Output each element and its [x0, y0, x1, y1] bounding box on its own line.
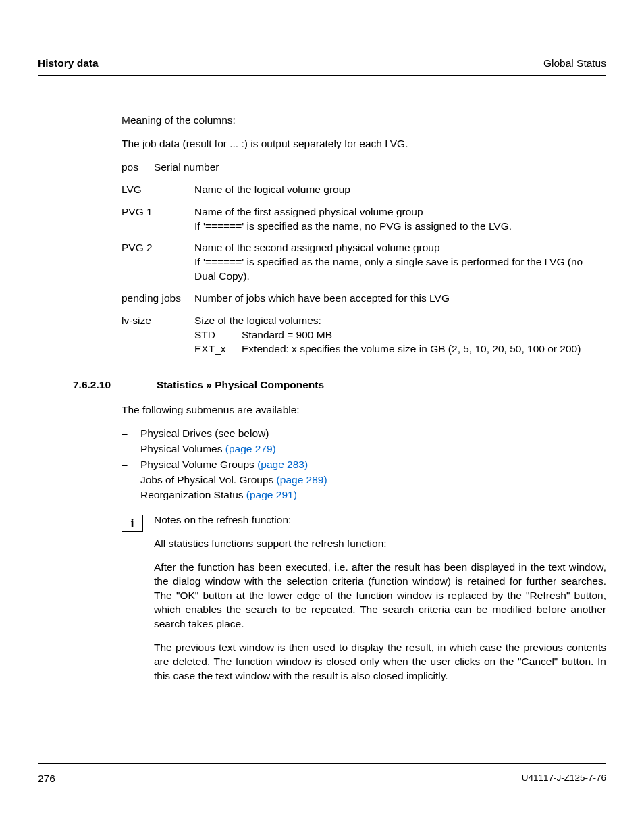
- section-heading: 7.6.2.10 Statistics » Physical Component…: [38, 378, 606, 392]
- inner-term: STD: [194, 328, 242, 342]
- inner-desc: Standard = 900 MB: [242, 328, 606, 342]
- def-desc: Serial number: [154, 161, 606, 175]
- submenus-intro: The following submenus are available:: [122, 403, 606, 417]
- section-title: Statistics » Physical Components: [157, 378, 324, 392]
- info-text: Notes on the refresh function: All stati…: [154, 513, 606, 692]
- bullet-dash-icon: –: [122, 442, 140, 456]
- def-term: PVG 1: [122, 205, 194, 219]
- body-content: Meaning of the columns: The job data (re…: [122, 113, 606, 357]
- def-desc: Name of the first assigned physical volu…: [194, 205, 606, 234]
- column-definitions: pos Serial number LVG Name of the logica…: [122, 161, 606, 357]
- header-left: History data: [38, 57, 99, 71]
- section-number: 7.6.2.10: [73, 378, 157, 392]
- lvsize-intro: Size of the logical volumes:: [194, 314, 606, 328]
- bullet-label: Jobs of Physical Vol. Groups: [140, 474, 277, 486]
- bullet-text: Physical Volume Groups (page 283): [140, 458, 606, 472]
- bullet-label: Physical Volumes: [140, 443, 225, 454]
- page-number: 276: [38, 772, 55, 786]
- def-lvsize: lv-size Size of the logical volumes: STD…: [122, 314, 606, 357]
- bullet-dash-icon: –: [122, 427, 140, 441]
- submenu-list: – Physical Drives (see below) – Physical…: [122, 427, 606, 503]
- def-pvg2: PVG 2 Name of the second assigned physic…: [122, 241, 606, 284]
- def-term: PVG 2: [122, 241, 194, 255]
- def-term: lv-size: [122, 314, 194, 328]
- def-term: pending jobs: [122, 292, 194, 306]
- page-link[interactable]: (page 279): [225, 443, 276, 454]
- running-header: History data Global Status: [38, 57, 606, 76]
- list-item: – Physical Drives (see below): [122, 427, 606, 441]
- lvsize-ext: EXT_x Extended: x specifies the volume s…: [194, 342, 606, 357]
- list-item: – Jobs of Physical Vol. Groups (page 289…: [122, 473, 606, 488]
- list-item: – Physical Volumes (page 279): [122, 442, 606, 456]
- info-icon: i: [122, 515, 143, 532]
- page-link[interactable]: (page 289): [277, 474, 327, 486]
- doc-id: U41117-J-Z125-7-76: [522, 772, 606, 786]
- bullet-label: Physical Volume Groups: [140, 458, 257, 470]
- lvsize-std: STD Standard = 900 MB: [194, 328, 606, 342]
- bullet-text: Jobs of Physical Vol. Groups (page 289): [140, 473, 606, 488]
- page-link[interactable]: (page 291): [246, 489, 297, 500]
- list-item: – Physical Volume Groups (page 283): [122, 458, 606, 472]
- def-desc: Name of the logical volume group: [194, 183, 606, 197]
- def-pos: pos Serial number: [122, 161, 606, 175]
- page-footer: 276 U41117-J-Z125-7-76: [38, 763, 606, 786]
- def-term: LVG: [122, 183, 194, 197]
- inner-desc: Extended: x specifies the volume size in…: [242, 342, 606, 357]
- def-pvg1: PVG 1 Name of the first assigned physica…: [122, 205, 606, 234]
- bullet-dash-icon: –: [122, 473, 140, 488]
- info-heading: Notes on the refresh function:: [154, 513, 606, 527]
- def-desc: Size of the logical volumes: STD Standar…: [194, 314, 606, 357]
- header-right: Global Status: [543, 57, 606, 71]
- def-term: pos: [122, 161, 154, 175]
- def-desc: Number of jobs which have been accepted …: [194, 292, 606, 306]
- def-lvg: LVG Name of the logical volume group: [122, 183, 606, 197]
- info-paragraph: After the function has been executed, i.…: [154, 560, 606, 631]
- bullet-label: Reorganization Status: [140, 489, 246, 500]
- columns-meaning: Meaning of the columns:: [122, 113, 606, 128]
- inner-term: EXT_x: [194, 342, 242, 357]
- def-desc: Name of the second assigned physical vol…: [194, 241, 606, 284]
- def-pending-jobs: pending jobs Number of jobs which have b…: [122, 292, 606, 306]
- list-item: – Reorganization Status (page 291): [122, 488, 606, 502]
- bullet-dash-icon: –: [122, 458, 140, 472]
- bullet-text: Reorganization Status (page 291): [140, 488, 606, 502]
- info-paragraph: The previous text window is then used to…: [154, 641, 606, 683]
- info-subheading: All statistics functions support the ref…: [154, 537, 606, 551]
- info-note: i Notes on the refresh function: All sta…: [122, 513, 606, 692]
- bullet-text: Physical Drives (see below): [140, 427, 606, 441]
- section-body: The following submenus are available: – …: [122, 403, 606, 503]
- jobdata-note: The job data (result for ... :) is outpu…: [122, 137, 606, 151]
- bullet-text: Physical Volumes (page 279): [140, 442, 606, 456]
- page-link[interactable]: (page 283): [257, 458, 308, 470]
- bullet-dash-icon: –: [122, 488, 140, 502]
